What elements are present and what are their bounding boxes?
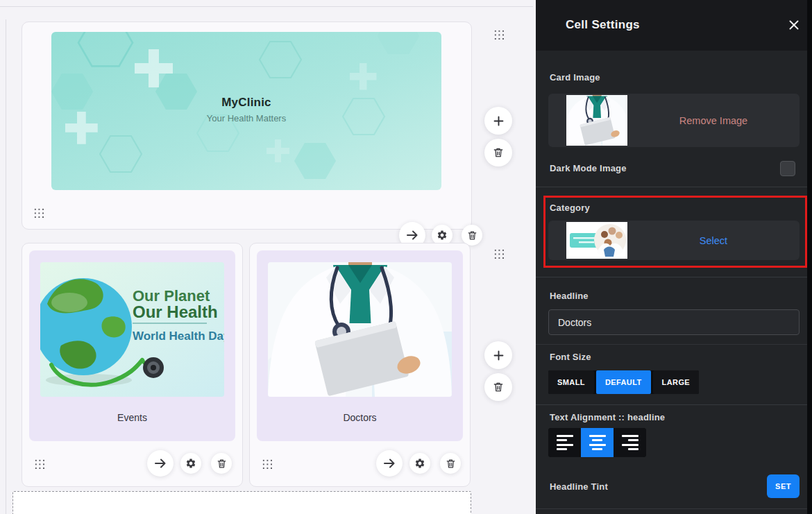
section-divider-line <box>0 6 533 7</box>
headline-label: Headline <box>550 291 589 301</box>
divider <box>536 344 807 345</box>
plus-icon <box>493 115 505 127</box>
doctor-photo-art <box>268 262 452 397</box>
select-category-button[interactable]: Select <box>627 235 800 246</box>
card-image-thumbnail <box>566 95 627 146</box>
category-thumbnail <box>566 222 627 259</box>
card-label: Doctors <box>257 412 463 423</box>
dark-mode-checkbox[interactable] <box>780 161 795 176</box>
align-center-button[interactable] <box>581 428 614 457</box>
card-image-label: Card Image <box>550 72 600 83</box>
events-cell[interactable]: Our Planet Our Health World Health Day E… <box>22 243 243 487</box>
banner-cell[interactable]: MyClinic Your Health Matters <box>22 22 472 230</box>
trash-icon <box>217 459 227 469</box>
font-size-large-button[interactable]: LARGE <box>653 370 700 394</box>
container-edge-line <box>6 19 6 514</box>
alignment-group <box>548 428 646 457</box>
add-row-button[interactable] <box>484 107 512 135</box>
align-center-icon <box>589 435 606 451</box>
settings-button[interactable] <box>409 453 430 474</box>
banner-text: MyClinic Your Health Matters <box>51 96 441 123</box>
trash-icon <box>446 459 456 469</box>
category-thumb-art <box>566 222 627 259</box>
events-art-line2: Our Health <box>133 302 218 321</box>
doctor-thumb-art <box>566 95 627 146</box>
panel-header: Cell Settings <box>536 0 807 51</box>
delete-row-button[interactable] <box>484 139 512 166</box>
row-drag-handle-icon[interactable] <box>493 28 505 40</box>
drag-handle-icon[interactable] <box>261 458 273 470</box>
banner-title: MyClinic <box>51 96 441 110</box>
divider <box>536 277 807 277</box>
events-card: Our Planet Our Health World Health Day E… <box>29 250 235 441</box>
dark-mode-image-label: Dark Mode Image <box>550 163 627 173</box>
font-size-small-button[interactable]: SMALL <box>548 370 594 394</box>
align-right-icon <box>622 435 638 451</box>
cell-settings-panel: Cell Settings Card Image Remove Image Da… <box>536 0 812 514</box>
events-art-line3: World Health Day <box>133 329 224 343</box>
delete-cell-button[interactable] <box>211 453 232 474</box>
arrow-right-icon <box>153 456 167 470</box>
open-arrow-button[interactable] <box>147 450 174 477</box>
empty-drop-zone[interactable] <box>12 491 471 514</box>
gear-icon <box>437 230 448 241</box>
add-row-button[interactable] <box>484 341 512 369</box>
doctors-cell[interactable]: Doctors <box>249 243 471 487</box>
divider <box>536 404 807 405</box>
trash-icon <box>493 382 504 393</box>
doctors-card: Doctors <box>257 250 463 441</box>
arrow-right-icon <box>382 456 396 470</box>
events-card-image: Our Planet Our Health World Health Day <box>40 262 224 397</box>
plus-icon <box>493 350 505 361</box>
trash-icon <box>493 147 504 158</box>
align-left-button[interactable] <box>548 428 581 457</box>
align-left-icon <box>557 435 573 451</box>
panel-title: Cell Settings <box>566 18 640 32</box>
settings-button[interactable] <box>180 453 201 474</box>
remove-image-button[interactable]: Remove Image <box>627 115 800 126</box>
drag-handle-icon[interactable] <box>33 207 44 219</box>
font-size-default-button[interactable]: DEFAULT <box>596 370 651 394</box>
card-label: Events <box>29 412 235 423</box>
font-size-group: SMALL DEFAULT LARGE <box>548 370 699 394</box>
banner-image: MyClinic Your Health Matters <box>51 32 441 190</box>
headline-tint-label: Headline Tint <box>550 481 608 492</box>
arrow-right-icon <box>405 228 419 242</box>
headline-tint-set-button[interactable]: SET <box>767 474 800 498</box>
close-panel-button[interactable] <box>786 17 802 33</box>
trash-icon <box>467 230 477 241</box>
divider <box>536 508 807 509</box>
delete-row-button[interactable] <box>484 373 512 401</box>
font-size-label: Font Size <box>550 352 591 362</box>
card-image-row: Remove Image <box>548 94 800 147</box>
align-right-button[interactable] <box>614 428 646 457</box>
page-builder: MyClinic Your Health Matters <box>0 0 812 514</box>
category-row: Select <box>548 221 800 260</box>
category-label: Category <box>550 203 590 213</box>
banner-subtitle: Your Health Matters <box>51 113 441 123</box>
text-alignment-label: Text Alignment :: headline <box>550 412 665 422</box>
panel-scrollbar[interactable] <box>807 0 812 514</box>
builder-canvas: MyClinic Your Health Matters <box>0 0 536 514</box>
row-drag-handle-icon[interactable] <box>493 248 505 259</box>
gear-icon <box>414 458 425 469</box>
doctors-card-image <box>268 262 452 397</box>
divider <box>536 187 807 187</box>
world-health-day-art: Our Planet Our Health World Health Day <box>40 262 224 397</box>
open-arrow-button[interactable] <box>376 450 403 477</box>
gear-icon <box>185 458 196 469</box>
headline-input[interactable] <box>548 309 800 335</box>
drag-handle-icon[interactable] <box>33 458 45 470</box>
delete-cell-button[interactable] <box>440 453 461 474</box>
close-icon <box>788 19 800 31</box>
